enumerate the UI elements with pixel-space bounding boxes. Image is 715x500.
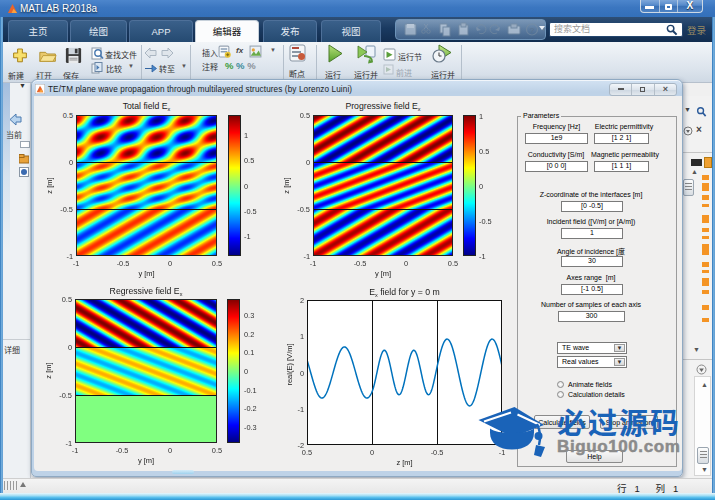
svg-text:?: ? bbox=[530, 26, 535, 35]
